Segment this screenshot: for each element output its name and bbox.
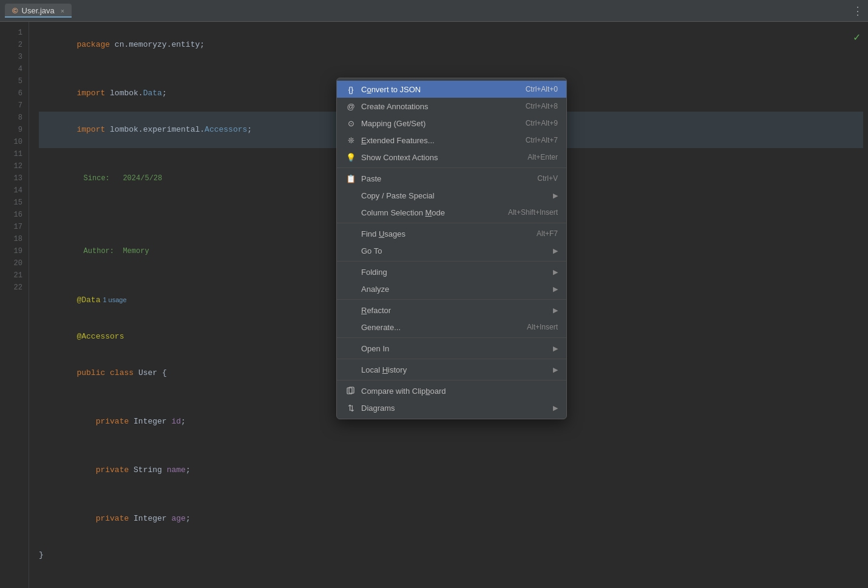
menu-shortcut-column-selection: Alt+Shift+Insert [508,208,558,217]
menu-label-go-to: Go To [361,246,551,255]
menu-label-compare-clipboard: Compare with Clipboard [361,387,558,396]
menu-item-mapping[interactable]: ⊙ Mapping (Get/Set) Ctrl+Alt+9 [337,115,566,132]
menu-label-create-annotations: Create Annotations [361,102,526,111]
tab-close-button[interactable]: × [61,7,64,15]
line-num-17: 17 [0,221,29,233]
tab-filename: User.java [22,6,55,15]
menu-label-refactor: Refactor [361,306,551,315]
menu-item-copy-paste-special[interactable]: Copy / Paste Special ▶ [337,187,566,204]
code-line-17 [39,488,868,501]
line-num-5: 5 [0,75,29,87]
create-annotations-icon: @ [345,102,356,111]
tab-more-button[interactable]: ⋮ [852,4,863,18]
menu-item-local-history[interactable]: Local History ▶ [337,361,566,378]
line-num-1: 1 [0,27,29,39]
diagrams-icon: ⇅ [345,404,356,413]
line-num-21: 21 [0,269,29,282]
menu-label-local-history: Local History [361,365,551,374]
menu-label-open-in: Open In [361,344,551,353]
tab-file-icon: © [12,6,18,15]
menu-shortcut-show-context-actions: Alt+Enter [527,153,558,161]
menu-shortcut-generate: Alt+Insert [527,323,558,331]
line-num-14: 14 [0,184,29,197]
menu-item-analyze[interactable]: Analyze ▶ [337,280,566,297]
menu-item-refactor[interactable]: Refactor ▶ [337,302,566,319]
menu-label-paste: Paste [361,174,537,183]
menu-label-analyze: Analyze [361,285,551,294]
separator-2 [337,223,566,223]
separator-5 [337,337,566,338]
line-num-3: 3 [0,51,29,63]
tab-underline [5,16,72,18]
go-to-arrow: ▶ [553,247,558,255]
separator-3 [337,261,566,262]
separator-4 [337,299,566,300]
line-num-19: 19 [0,245,29,257]
code-line-19 [39,537,868,549]
menu-item-convert-to-json[interactable]: {} Convert to JSON Ctrl+Alt+0 [337,81,566,98]
menu-item-diagrams[interactable]: ⇅ Diagrams ▶ [337,399,566,416]
menu-shortcut-mapping: Ctrl+Alt+9 [526,119,558,127]
diagrams-arrow: ▶ [553,404,558,412]
menu-shortcut-convert-to-json: Ctrl+Alt+0 [526,85,558,93]
line-num-8: 8 [0,112,29,124]
line-num-2: 2 [0,39,29,51]
line-num-13: 13 [0,172,29,184]
menu-item-go-to[interactable]: Go To ▶ [337,242,566,259]
line-num-12: 12 [0,160,29,172]
copy-paste-special-arrow: ▶ [553,192,558,200]
separator-6 [337,359,566,359]
menu-item-open-in[interactable]: Open In ▶ [337,340,566,357]
tab-bar: © User.java × ⋮ [0,0,868,22]
code-line-2 [39,63,868,75]
code-line-21 [39,561,868,573]
menu-label-column-selection: Column Selection Mode [361,208,508,217]
extended-features-icon: ❊ [345,136,356,145]
menu-item-show-context-actions[interactable]: 💡 Show Context Actions Alt+Enter [337,149,566,166]
code-line-18: private Integer age; [39,501,868,537]
code-line-22 [39,573,868,586]
menu-shortcut-find-usages: Alt+F7 [537,229,558,238]
menu-shortcut-create-annotations: Ctrl+Alt+8 [526,102,558,110]
editor-tab[interactable]: © User.java × [5,4,72,18]
mapping-icon: ⊙ [345,119,356,128]
editor-container: © User.java × ⋮ 1 2 3 4 5 6 7 8 9 10 11 … [0,0,868,588]
menu-label-find-usages: Find Usages [361,229,537,238]
separator-7 [337,380,566,380]
local-history-arrow: ▶ [553,366,558,374]
folding-arrow: ▶ [553,268,558,276]
line-num-6: 6 [0,87,29,100]
context-menu: {} Convert to JSON Ctrl+Alt+0 @ Create A… [336,78,567,419]
convert-json-icon: {} [345,85,356,94]
line-num-18: 18 [0,233,29,245]
line-num-15: 15 [0,197,29,209]
menu-item-column-selection[interactable]: Column Selection Mode Alt+Shift+Insert [337,204,566,221]
line-num-9: 9 [0,124,29,136]
line-num-7: 7 [0,100,29,112]
menu-label-generate: Generate... [361,323,527,332]
menu-label-diagrams: Diagrams [361,404,551,413]
line-num-20: 20 [0,257,29,269]
menu-shortcut-paste: Ctrl+V [537,174,558,183]
line-num-10: 10 [0,136,29,148]
refactor-arrow: ▶ [553,306,558,314]
menu-label-convert-to-json: Convert to JSON [361,85,526,94]
code-line-16: private String name; [39,452,868,488]
gutter-checkmark: ✓ [853,32,861,43]
menu-item-compare-clipboard[interactable]: Compare with Clipboard [337,382,566,399]
menu-item-extended-features[interactable]: ❊ Extended Features... Ctrl+Alt+7 [337,132,566,149]
menu-item-folding[interactable]: Folding ▶ [337,263,566,280]
menu-shortcut-extended-features: Ctrl+Alt+7 [526,136,558,144]
code-line-20: } [39,549,868,561]
separator-1 [337,167,566,168]
analyze-arrow: ▶ [553,285,558,293]
menu-item-find-usages[interactable]: Find Usages Alt+F7 [337,225,566,242]
menu-label-copy-paste-special: Copy / Paste Special [361,191,551,200]
line-num-11: 11 [0,148,29,160]
menu-label-extended-features: Extended Features... [361,136,526,145]
line-num-16: 16 [0,209,29,221]
menu-item-generate[interactable]: Generate... Alt+Insert [337,319,566,336]
menu-item-paste[interactable]: 📋 Paste Ctrl+V [337,170,566,187]
menu-item-create-annotations[interactable]: @ Create Annotations Ctrl+Alt+8 [337,98,566,115]
show-context-actions-icon: 💡 [345,153,356,162]
